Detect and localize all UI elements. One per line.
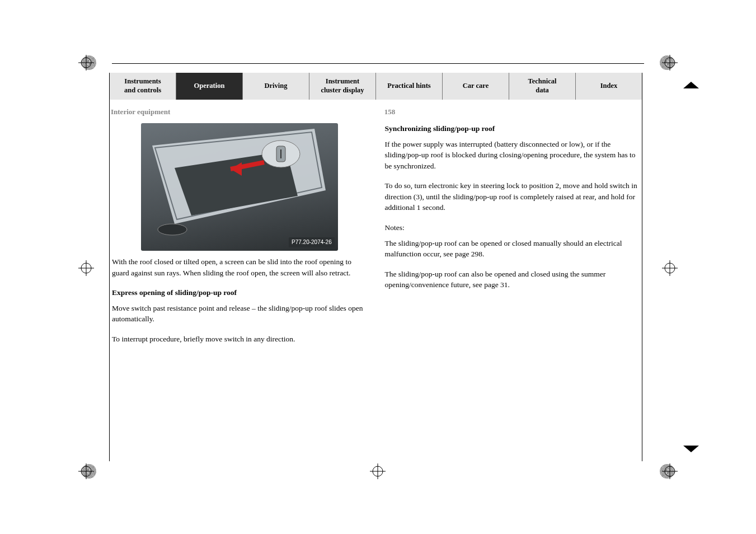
registration-mark-icon [662,463,678,479]
registration-mark-icon [662,260,678,276]
tab-label: Operation [194,82,225,91]
body-text: With the roof closed or tilted open, a s… [112,256,367,278]
tab-operation[interactable]: Operation [176,73,243,100]
tab-label: Car care [463,82,489,91]
sunroof-illustration-icon [141,123,338,251]
page-frame: Instruments and controls Operation Drivi… [110,73,642,461]
nav-tabbar: Instruments and controls Operation Drivi… [110,73,642,100]
tab-label: Instrument cluster display [321,77,364,95]
body-text: The sliding/pop-up roof can be opened or… [385,238,640,260]
tab-label: Practical hints [387,82,430,91]
registration-mark-icon [78,260,94,276]
tab-technical-data[interactable]: Technical data [509,73,576,100]
tab-label: Technical data [528,77,557,95]
tab-driving[interactable]: Driving [243,73,309,100]
registration-mark-icon [370,463,386,479]
body-text: To do so, turn electronic key in steerin… [385,180,640,213]
tab-car-care[interactable]: Car care [443,73,509,100]
trim-line [112,63,644,64]
tab-label: Instruments and controls [124,77,161,95]
body-text: Move switch past resistance point and re… [112,303,367,325]
svg-point-31 [158,224,187,235]
tab-index[interactable]: Index [576,73,642,100]
section-title: Interior equipment [111,107,170,116]
body-text: To interrupt procedure, briefly move swi… [112,334,367,345]
body-text: If the power supply was interrupted (bat… [385,139,640,172]
section-header: Interior equipment 158 [110,107,642,116]
tab-instrument-cluster[interactable]: Instrument cluster display [309,73,376,100]
registration-mark-icon [78,55,94,71]
trim-line [642,73,642,461]
collation-mark-icon [683,440,699,456]
body-text: The sliding/pop-up roof can also be open… [385,269,640,291]
right-column: Synchronizing sliding/pop-up roof If the… [385,123,640,344]
tab-label: Index [600,82,618,91]
collation-mark-icon [683,78,699,94]
notes-label: Notes: [385,222,640,233]
page-number: 158 [384,107,396,116]
tab-label: Driving [265,82,288,91]
left-column: P77.20-2074-26 With the roof closed or t… [112,123,367,344]
registration-mark-icon [78,463,94,479]
svg-marker-21 [683,82,699,88]
subheading: Synchronizing sliding/pop-up roof [385,123,640,134]
registration-mark-icon [662,55,678,71]
tab-instruments-controls[interactable]: Instruments and controls [110,73,176,100]
svg-marker-22 [683,446,699,452]
sunroof-figure: P77.20-2074-26 [141,123,338,251]
subheading: Express opening of sliding/pop-up roof [112,287,367,298]
tab-practical-hints[interactable]: Practical hints [376,73,443,100]
figure-caption: P77.20-2074-26 [289,237,335,248]
